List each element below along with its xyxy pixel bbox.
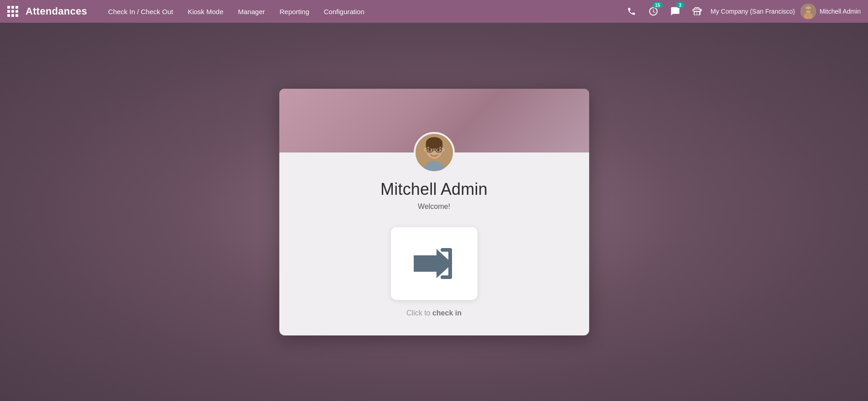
activity-button[interactable]: 15 [645, 3, 662, 20]
nav-check-in-out[interactable]: Check In / Check Out [102, 4, 180, 19]
messages-button[interactable]: 3 [667, 3, 683, 20]
navbar-right: 15 3 My Company (San Francisco) [623, 3, 861, 20]
gift-button[interactable] [689, 3, 705, 20]
checkin-label-pre: Click to [406, 309, 432, 317]
svg-point-8 [426, 137, 442, 149]
nav-configuration[interactable]: Configuration [318, 4, 371, 19]
attendance-card: Mitchell Admin Welcome! Click to check i… [279, 89, 589, 335]
main-content: Mitchell Admin Welcome! Click to check i… [0, 23, 868, 401]
nav-kiosk-mode[interactable]: Kiosk Mode [181, 4, 230, 19]
apps-icon[interactable] [7, 6, 18, 17]
navbar-menu: Check In / Check Out Kiosk Mode Manager … [102, 4, 623, 19]
user-name: Mitchell Admin [820, 8, 861, 15]
nav-manager[interactable]: Manager [231, 4, 271, 19]
checkin-label-bold: check in [432, 309, 462, 317]
user-menu[interactable]: Mitchell Admin [801, 4, 861, 19]
svg-point-19 [437, 148, 439, 151]
card-header [279, 89, 589, 152]
user-avatar [801, 4, 816, 19]
company-name: My Company (San Francisco) [711, 8, 795, 15]
user-avatar-img [801, 4, 816, 19]
app-brand[interactable]: Attendances [26, 5, 87, 17]
checkin-arrow-icon [411, 245, 457, 282]
phone-button[interactable] [623, 3, 640, 20]
card-avatar-img [416, 132, 453, 173]
card-user-name: Mitchell Admin [380, 180, 488, 199]
svg-marker-20 [414, 249, 452, 278]
messages-badge: 3 [676, 2, 684, 8]
svg-point-18 [428, 148, 431, 151]
gift-icon [692, 6, 702, 16]
card-avatar-wrapper [414, 132, 455, 173]
card-avatar [414, 132, 455, 173]
nav-reporting[interactable]: Reporting [273, 4, 315, 19]
company-selector[interactable]: My Company (San Francisco) [711, 8, 795, 15]
svg-point-11 [424, 147, 427, 152]
checkin-label: Click to check in [406, 309, 462, 317]
phone-icon [627, 7, 636, 16]
navbar: Attendances Check In / Check Out Kiosk M… [0, 0, 868, 23]
svg-point-12 [441, 147, 444, 152]
activity-badge: 15 [652, 2, 662, 8]
checkin-button[interactable] [391, 227, 478, 300]
card-body: Mitchell Admin Welcome! Click to check i… [279, 152, 589, 335]
card-welcome-text: Welcome! [418, 203, 450, 211]
